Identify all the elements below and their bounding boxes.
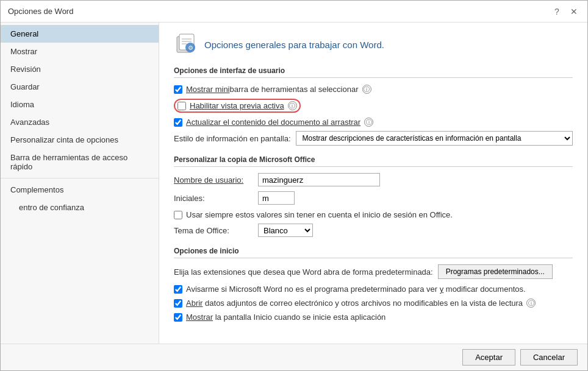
help-button[interactable]: ? [551,5,563,18]
sidebar-separator [1,178,159,178]
content-area: ⚙ Opciones generales para trabajar con W… [159,23,587,344]
theme-row: Tema de Office: Blanco Gris claro Gris o… [174,224,573,237]
checkbox-adjuntos[interactable] [174,299,182,308]
sidebar-item-general[interactable]: General [1,25,159,43]
option-vista-previa-row: Habilitar vista previa activa ⓘ [174,98,573,113]
sidebar-item-complementos[interactable]: Complementos [1,181,159,199]
dialog-title: Opciones de Word [8,7,73,16]
theme-select[interactable]: Blanco Gris claro Gris oscuro Colorido N… [258,224,313,237]
svg-text:⚙: ⚙ [188,44,193,51]
style-info-label: Estilo de información en pantalla: [174,134,291,143]
always-use-label: Usar siempre estos valores sin tener en … [186,210,453,219]
section-startup-header: Opciones de inicio [174,247,573,258]
sidebar-item-revision[interactable]: Revisión [1,60,159,78]
initials-row: Iniciales: [174,191,573,205]
option-aviso-row: Avisarme si Microsoft Word no es el prog… [174,284,573,294]
style-info-row: Estilo de información en pantalla: Mostr… [174,131,573,146]
section-ui: Opciones de interfaz de usuario Mostrar … [174,66,573,146]
option-adjuntos-label: Abrir datos adjuntos de correo electróni… [186,299,523,308]
checkbox-aviso[interactable] [174,285,182,294]
ok-button[interactable]: Aceptar [462,349,515,366]
option-actualizar-row: Actualizar el contenido del documento al… [174,117,573,127]
checkbox-vista-previa[interactable] [177,102,186,110]
checkbox-minibarra[interactable] [174,85,182,94]
option-minibarra-label: Mostrar minibarra de herramientas al sel… [186,85,359,94]
title-bar: Opciones de Word ? ✕ [1,1,587,23]
close-button[interactable]: ✕ [568,5,580,18]
option-minibarra-row: Mostrar minibarra de herramientas al sel… [174,84,573,94]
title-controls: ? ✕ [551,5,580,18]
section-ui-header: Opciones de interfaz de usuario [174,66,573,78]
initials-input[interactable] [258,191,295,205]
style-info-select[interactable]: Mostrar descripciones de características… [296,131,573,146]
info-icon-minibarra[interactable]: ⓘ [362,85,371,94]
checkbox-always-use[interactable] [174,211,182,219]
section-ms-office-header: Personalizar la copia de Microsoft Offic… [174,155,573,167]
option-actualizar-label: Actualizar el contenido del documento al… [186,118,360,127]
info-icon-adjuntos[interactable]: ⓘ [526,299,536,308]
content-title: Opciones generales para trabajar con Wor… [204,40,384,50]
content-header: ⚙ Opciones generales para trabajar con W… [174,32,573,57]
dialog-body: General Mostrar Revisión Guardar Idioma … [1,23,587,344]
sidebar-item-avanzadas[interactable]: Avanzadas [1,113,159,131]
username-input[interactable] [258,173,380,186]
highlight-container: Habilitar vista previa activa ⓘ [174,99,301,113]
info-icon-actualizar[interactable]: ⓘ [364,118,373,127]
option-inicio-row: Mostrar la pantalla Inicio cuando se ini… [174,312,573,322]
sidebar-item-centro-confianza[interactable]: entro de confianza [1,199,159,216]
checkbox-inicio[interactable] [174,313,182,322]
sidebar-item-barra-herramientas[interactable]: Barra de herramientas de acceso rápido [1,149,159,175]
always-use-row: Usar siempre estos valores sin tener en … [174,210,573,220]
theme-label: Tema de Office: [174,226,253,235]
checkbox-actualizar[interactable] [174,118,182,127]
username-label: Nombre de usuario: [174,175,253,185]
info-icon-vista-previa[interactable]: ⓘ [288,101,297,110]
section-startup: Opciones de inicio Elija las extensiones… [174,247,573,322]
default-programs-button[interactable]: Programas predeterminados... [438,264,553,279]
option-inicio-label: Mostrar la pantalla Inicio cuando se ini… [186,313,385,322]
username-row: Nombre de usuario: [174,173,573,186]
header-icon: ⚙ [174,32,198,57]
dialog-footer: Aceptar Cancelar [1,344,587,370]
section-ms-office: Personalizar la copia de Microsoft Offic… [174,155,573,237]
option-aviso-label: Avisarme si Microsoft Word no es el prog… [186,284,526,294]
sidebar-item-personalizar-cinta[interactable]: Personalizar cinta de opciones [1,131,159,149]
sidebar-item-guardar[interactable]: Guardar [1,78,159,96]
initials-label: Iniciales: [174,194,253,203]
extensions-row: Elija las extensiones que desea que Word… [174,264,573,279]
option-adjuntos-row: Abrir datos adjuntos de correo electróni… [174,298,573,308]
sidebar-item-mostrar[interactable]: Mostrar [1,43,159,60]
cancel-button[interactable]: Cancelar [520,349,578,366]
option-vista-previa-label: Habilitar vista previa activa [190,101,284,110]
options-dialog: Opciones de Word ? ✕ General Mostrar Rev… [0,0,588,371]
sidebar-item-idioma[interactable]: Idioma [1,96,159,113]
sidebar: General Mostrar Revisión Guardar Idioma … [1,23,159,344]
extensions-label: Elija las extensiones que desea que Word… [174,267,433,277]
